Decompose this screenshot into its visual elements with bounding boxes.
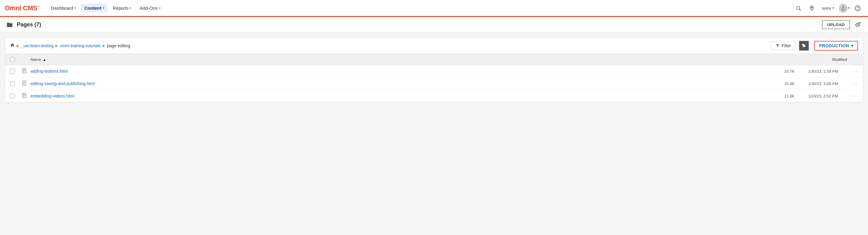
production-label: PRODUCTION xyxy=(819,43,849,48)
row-actions-col: ··· xyxy=(849,93,858,99)
breadcrumb-link-1[interactable]: _uw-team-testing xyxy=(21,43,54,48)
file-modified-1: 1/30/23, 2:39 PM xyxy=(808,69,838,74)
logo-accent: CMS xyxy=(21,4,37,12)
production-button[interactable]: PRODUCTION ▾ xyxy=(814,41,858,51)
row-actions-col: ··· xyxy=(849,81,858,86)
file-link-3[interactable]: embedding-videos.html xyxy=(31,94,74,98)
file-link-1[interactable]: adding-buttons.html xyxy=(31,69,68,74)
breadcrumb-link-2[interactable]: omni-training-tutorials xyxy=(60,43,101,48)
user-avatar-button[interactable]: ▾ xyxy=(839,3,850,14)
file-modified-3: 1/24/23, 2:52 PM xyxy=(808,94,838,98)
upload-button[interactable]: UPLOAD xyxy=(822,20,850,29)
filter-button[interactable]: Filter xyxy=(771,42,796,50)
more-button-1[interactable]: ··· xyxy=(851,69,859,74)
row-file-icon-col xyxy=(22,81,31,87)
breadcrumb-sep-1: ▶ xyxy=(17,44,19,48)
row-modified-col: 1/30/23, 3:08 PM xyxy=(795,81,849,86)
www-selector[interactable]: www ▾ xyxy=(819,4,837,12)
logo[interactable]: Omni CMS™ xyxy=(5,4,40,12)
sort-arrow: ▲ xyxy=(43,58,46,61)
row-size-col: 10.7K xyxy=(770,69,795,74)
breadcrumb-sep-3: ▶ xyxy=(102,44,105,48)
sub-header: Pages (7) UPLOAD xyxy=(0,17,868,33)
nav-reports-chevron: ▾ xyxy=(130,6,131,10)
row-name-col: adding-buttons.html xyxy=(31,69,770,74)
more-button-3[interactable]: ··· xyxy=(851,93,859,98)
row-checkbox-1[interactable] xyxy=(10,69,15,74)
search-button[interactable] xyxy=(793,3,804,14)
svg-point-2 xyxy=(811,7,812,8)
breadcrumb-sep-2: ▶ xyxy=(55,44,58,48)
file-size-2: 15.4K xyxy=(784,81,795,86)
select-all-checkbox[interactable] xyxy=(10,57,15,62)
svg-point-3 xyxy=(842,6,844,8)
select-all-col xyxy=(10,57,22,62)
nav-addons[interactable]: Add-Ons ▾ xyxy=(136,4,164,12)
file-icon-3 xyxy=(22,94,26,99)
svg-line-1 xyxy=(799,9,801,10)
avatar xyxy=(839,4,847,13)
row-modified-col: 1/24/23, 2:52 PM xyxy=(795,94,849,98)
row-checkbox-3[interactable] xyxy=(10,94,15,98)
row-check-col xyxy=(10,81,22,86)
nav-content[interactable]: Content ▾ xyxy=(81,4,108,12)
nav-addons-chevron: ▾ xyxy=(159,6,160,10)
modified-col-label: Modified xyxy=(832,57,847,62)
filter-label: Filter xyxy=(781,43,791,48)
help-button[interactable] xyxy=(852,3,863,14)
row-check-col xyxy=(10,69,22,74)
table-header: Name ▲ Modified xyxy=(5,54,863,65)
www-label: www xyxy=(822,6,831,10)
file-size-1: 10.7K xyxy=(784,69,795,74)
top-nav: Omni CMS™ Dashboard ▾ Content ▾ Reports … xyxy=(0,0,868,17)
www-chevron: ▾ xyxy=(832,6,834,10)
nav-dashboard[interactable]: Dashboard ▾ xyxy=(48,4,80,12)
row-modified-col: 1/30/23, 2:39 PM xyxy=(795,69,849,74)
breadcrumb-current: page-editing xyxy=(107,43,130,48)
row-check-col xyxy=(10,94,22,98)
nav-addons-label: Add-Ons xyxy=(140,5,157,10)
table-row: editing-saving-and-publishing.html 15.4K… xyxy=(5,78,863,90)
row-actions-col: ··· xyxy=(849,69,858,74)
file-icon-1 xyxy=(22,69,26,74)
breadcrumb-home[interactable] xyxy=(10,43,15,49)
folder-button[interactable] xyxy=(5,20,14,30)
brush-button[interactable] xyxy=(852,19,863,30)
avatar-chevron: ▾ xyxy=(848,6,850,10)
main-content: ▶ _uw-team-testing ▶ omni-training-tutor… xyxy=(0,33,868,107)
nav-content-chevron: ▾ xyxy=(103,6,104,10)
logo-main: Omni xyxy=(5,4,21,12)
file-icon-2 xyxy=(22,81,26,87)
location-button[interactable] xyxy=(806,3,817,14)
more-button-2[interactable]: ··· xyxy=(851,81,859,86)
row-size-col: 11.8K xyxy=(770,94,795,98)
row-name-col: embedding-videos.html xyxy=(31,94,770,98)
name-col-label: Name xyxy=(31,57,41,62)
logo-text: Omni CMS™ xyxy=(5,4,40,12)
page-title: Pages (7) xyxy=(17,22,822,28)
nav-right: www ▾ ▾ xyxy=(793,3,863,14)
table-row: embedding-videos.html 11.8K 1/24/23, 2:5… xyxy=(5,90,863,102)
file-link-2[interactable]: editing-saving-and-publishing.html xyxy=(31,81,95,86)
row-checkbox-2[interactable] xyxy=(10,81,15,86)
row-size-col: 15.4K xyxy=(770,81,795,86)
nav-content-label: Content xyxy=(84,5,101,10)
row-file-icon-col xyxy=(22,68,31,74)
file-size-3: 11.8K xyxy=(784,94,795,98)
tag-button[interactable] xyxy=(799,41,809,51)
row-file-icon-col xyxy=(22,93,31,99)
name-col-header[interactable]: Name ▲ xyxy=(31,57,779,62)
file-modified-2: 1/30/23, 3:08 PM xyxy=(808,81,838,86)
production-chevron: ▾ xyxy=(851,43,854,48)
modified-col-header[interactable]: Modified xyxy=(804,57,858,62)
breadcrumb-bar: ▶ _uw-team-testing ▶ omni-training-tutor… xyxy=(5,38,863,54)
logo-tm: ™ xyxy=(37,5,40,8)
nav-dashboard-chevron: ▾ xyxy=(74,6,76,10)
nav-items: Dashboard ▾ Content ▾ Reports ▾ Add-Ons … xyxy=(48,4,793,12)
row-name-col: editing-saving-and-publishing.html xyxy=(31,81,770,86)
nav-reports[interactable]: Reports ▾ xyxy=(109,4,135,12)
nav-reports-label: Reports xyxy=(113,5,129,10)
table-row: adding-buttons.html 10.7K 1/30/23, 2:39 … xyxy=(5,65,863,78)
nav-dashboard-label: Dashboard xyxy=(51,5,73,10)
file-browser: ▶ _uw-team-testing ▶ omni-training-tutor… xyxy=(5,37,863,102)
